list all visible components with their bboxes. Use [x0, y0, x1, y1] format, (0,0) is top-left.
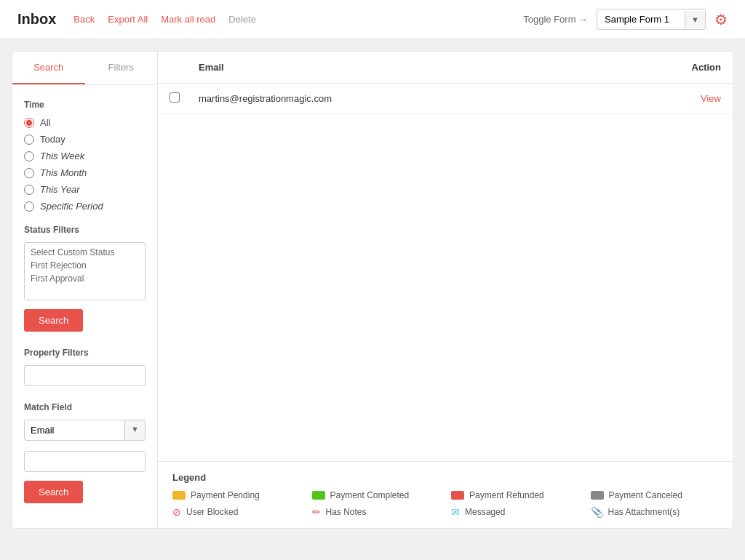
time-section-label: Time — [24, 100, 146, 110]
legend-messaged-label: Messaged — [465, 507, 505, 517]
content-layout: Search Filters Time All Today — [12, 52, 733, 528]
table-header: Email Action — [158, 52, 733, 84]
match-field-select[interactable]: Email — [24, 420, 125, 441]
row-checkbox[interactable] — [170, 92, 180, 103]
back-link[interactable]: Back — [73, 14, 95, 25]
sidebar-tabs: Search Filters — [12, 52, 157, 85]
legend-refunded-icon — [451, 491, 464, 500]
time-label-today: Today — [40, 134, 65, 145]
legend-has-attachment: 📎 Has Attachment(s) — [591, 506, 719, 518]
table-spacer — [158, 114, 733, 461]
top-bar: Inbox Back Export All Mark all read Dele… — [0, 0, 745, 39]
top-bar-right: Toggle Form → Sample Form 1 Sample Form … — [523, 9, 728, 30]
legend-canceled-label: Payment Canceled — [609, 490, 682, 500]
time-radio-all[interactable] — [24, 118, 34, 128]
mark-all-read-link[interactable]: Mark all read — [161, 14, 215, 25]
property-filters-input[interactable] — [24, 365, 146, 386]
legend-payment-canceled: Payment Canceled — [591, 490, 719, 500]
legend-payment-refunded: Payment Refunded — [451, 490, 579, 500]
main-content: Search Filters Time All Today — [12, 51, 733, 529]
time-label-this-week: This Week — [40, 151, 84, 161]
row-email: martins@registrationmagic.com — [199, 93, 634, 104]
status-filters-label: Status Filters — [24, 225, 146, 235]
blocked-icon: ⊘ — [172, 506, 181, 518]
legend-canceled-icon — [591, 491, 604, 500]
time-option-this-week[interactable]: This Week — [24, 151, 146, 161]
time-option-all[interactable]: All — [24, 117, 146, 128]
time-label-all: All — [40, 117, 50, 128]
sidebar: Search Filters Time All Today — [12, 52, 158, 528]
match-field-wrapper: Email ▼ — [24, 420, 146, 441]
toggle-form-label: Toggle Form → — [523, 14, 588, 25]
time-label-this-month: This Month — [40, 167, 87, 178]
legend-payment-completed: Payment Completed — [312, 490, 440, 500]
legend-completed-icon — [312, 491, 325, 500]
time-option-this-year[interactable]: This Year — [24, 184, 146, 195]
delete-link[interactable]: Delete — [228, 14, 256, 25]
form-select-arrow-icon[interactable]: ▼ — [685, 11, 705, 28]
table-row: martins@registrationmagic.com View — [158, 84, 733, 114]
time-option-today[interactable]: Today — [24, 134, 146, 145]
time-option-specific-period[interactable]: Specific Period — [24, 201, 146, 212]
legend-section: Legend Payment Pending Payment Completed… — [158, 461, 733, 528]
match-field-label: Match Field — [24, 402, 146, 412]
time-radio-this-month[interactable] — [24, 168, 34, 178]
time-radio-this-week[interactable] — [24, 151, 34, 161]
main-panel: Email Action martins@registrationmagic.c… — [158, 52, 733, 528]
legend-payment-pending: Payment Pending — [172, 490, 300, 500]
legend-completed-label: Payment Completed — [330, 490, 410, 500]
sidebar-body: Time All Today This Week — [12, 85, 157, 528]
match-field-arrow-icon[interactable]: ▼ — [125, 420, 146, 441]
top-bar-actions: Back Export All Mark all read Delete — [73, 14, 256, 25]
legend-pending-icon — [172, 491, 186, 500]
status-option-approval[interactable]: First Approval — [28, 272, 142, 285]
search-button-1[interactable]: Search — [24, 309, 83, 332]
status-filter-select[interactable]: Select Custom Status First Rejection Fir… — [24, 242, 146, 300]
legend-grid: Payment Pending Payment Completed Paymen… — [172, 490, 718, 518]
time-radio-this-year[interactable] — [24, 185, 34, 195]
time-label-this-year: This Year — [40, 184, 80, 195]
time-label-specific-period: Specific Period — [40, 201, 103, 212]
tab-filters[interactable]: Filters — [85, 52, 158, 84]
time-option-this-month[interactable]: This Month — [24, 167, 146, 178]
legend-has-notes: ✏ Has Notes — [312, 506, 440, 518]
row-checkbox-cell — [170, 92, 199, 105]
messaged-icon: ✉ — [451, 506, 460, 518]
status-option-custom[interactable]: Select Custom Status — [28, 246, 142, 259]
legend-pending-label: Payment Pending — [191, 490, 260, 500]
legend-notes-label: Has Notes — [326, 507, 367, 517]
export-all-link[interactable]: Export All — [108, 14, 148, 25]
search-input-2[interactable] — [24, 451, 146, 472]
legend-user-blocked: ⊘ User Blocked — [172, 506, 300, 518]
legend-attachment-label: Has Attachment(s) — [608, 507, 680, 517]
search-button-2[interactable]: Search — [24, 481, 83, 503]
settings-gear-icon[interactable]: ⚙ — [714, 11, 728, 28]
legend-refunded-label: Payment Refunded — [469, 490, 544, 500]
time-radio-specific-period[interactable] — [24, 201, 34, 212]
col-email-header: Email — [199, 62, 634, 73]
form-select[interactable]: Sample Form 1 Sample Form 2 — [597, 9, 685, 29]
time-radio-group: All Today This Week This Month — [24, 117, 146, 212]
row-view-action[interactable]: View — [634, 93, 721, 104]
top-bar-left: Inbox Back Export All Mark all read Dele… — [17, 11, 256, 28]
legend-blocked-label: User Blocked — [186, 507, 238, 517]
notes-icon: ✏ — [312, 506, 321, 518]
form-select-wrapper: Sample Form 1 Sample Form 2 ▼ — [597, 9, 706, 30]
legend-title: Legend — [172, 472, 718, 483]
tab-search[interactable]: Search — [12, 52, 85, 84]
attachment-icon: 📎 — [591, 506, 603, 518]
property-filters-label: Property Filters — [24, 348, 146, 358]
legend-messaged: ✉ Messaged — [451, 506, 579, 518]
status-option-rejection[interactable]: First Rejection — [28, 259, 142, 272]
time-radio-today[interactable] — [24, 135, 34, 145]
col-action-header: Action — [634, 62, 721, 73]
page-title: Inbox — [17, 11, 56, 28]
